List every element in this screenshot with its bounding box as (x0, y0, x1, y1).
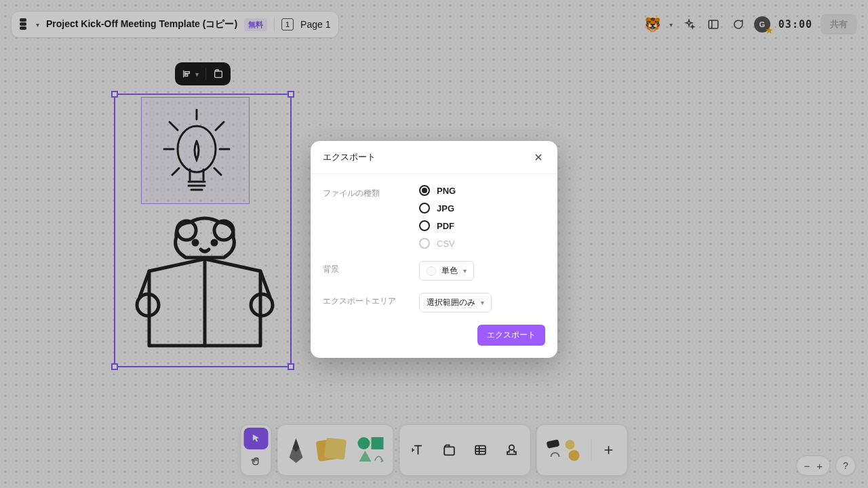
file-type-label: ファイルの種類 (323, 185, 404, 249)
file-type-row: ファイルの種類 PNG JPG PDF CSV (323, 185, 545, 249)
radio-png[interactable]: PNG (419, 185, 456, 196)
radio-icon (419, 220, 430, 231)
chevron-down-icon: ▾ (481, 299, 484, 306)
background-row: 背景 単色 ▾ (323, 261, 545, 281)
radio-icon (419, 238, 430, 249)
export-button[interactable]: エクスポート (477, 325, 545, 346)
export-dialog: エクスポート ファイルの種類 PNG JPG PDF CSV 背景 単色 ▾ エ… (311, 141, 557, 358)
export-area-select[interactable]: 選択範囲のみ ▾ (419, 293, 492, 312)
dialog-body: ファイルの種類 PNG JPG PDF CSV 背景 単色 ▾ エクスポートエリ… (311, 174, 557, 358)
radio-icon (419, 203, 430, 214)
radio-label: JPG (437, 203, 454, 214)
close-icon[interactable] (532, 150, 545, 164)
chevron-down-icon: ▾ (463, 267, 467, 274)
radio-pdf[interactable]: PDF (419, 220, 456, 231)
background-select[interactable]: 単色 ▾ (419, 261, 474, 281)
export-area-label: エクスポートエリア (323, 293, 404, 312)
select-value: 選択範囲のみ (427, 297, 475, 308)
dialog-title: エクスポート (323, 151, 376, 163)
radio-label: PDF (437, 221, 454, 231)
select-value: 単色 (441, 265, 458, 277)
radio-jpg[interactable]: JPG (419, 203, 456, 214)
dialog-footer: エクスポート (323, 325, 545, 346)
radio-label: CSV (437, 239, 455, 249)
background-label: 背景 (323, 261, 404, 281)
radio-label: PNG (437, 186, 456, 196)
file-type-options: PNG JPG PDF CSV (419, 185, 456, 249)
dialog-header: エクスポート (311, 141, 557, 174)
color-swatch-icon (427, 266, 436, 276)
radio-csv: CSV (419, 238, 456, 249)
radio-icon (419, 185, 430, 196)
export-area-row: エクスポートエリア 選択範囲のみ ▾ (323, 293, 545, 312)
